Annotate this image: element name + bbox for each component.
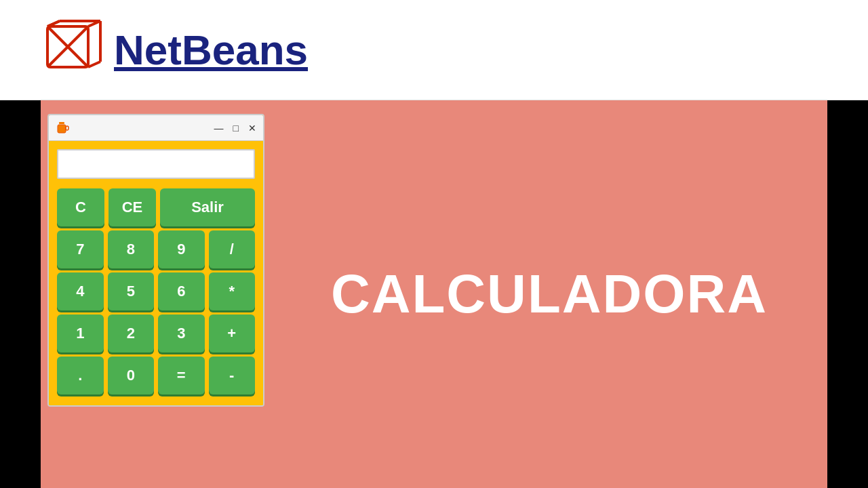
- btn-0[interactable]: 0: [108, 357, 155, 394]
- svg-rect-10: [66, 126, 68, 130]
- btn-row-3: 1 2 3 +: [57, 314, 255, 352]
- minimize-button[interactable]: —: [214, 123, 224, 133]
- btn-row-1: 7 8 9 /: [57, 230, 255, 268]
- btn-2[interactable]: 2: [108, 314, 155, 352]
- netbeans-icon: [41, 20, 102, 81]
- right-bar: [827, 100, 868, 488]
- btn-8[interactable]: 8: [108, 230, 155, 268]
- btn-divide[interactable]: /: [209, 230, 256, 268]
- java-icon: [56, 121, 71, 136]
- calc-body: C CE Salir 7 8 9 / 4 5 6: [49, 141, 263, 405]
- btn-minus[interactable]: -: [209, 357, 256, 394]
- btn-row-2: 4 5 6 *: [57, 272, 255, 310]
- btn-grid: C CE Salir 7 8 9 / 4 5 6: [57, 188, 255, 394]
- svg-rect-11: [59, 122, 64, 124]
- calc-window: — □ ✕ C CE Salir: [47, 114, 264, 407]
- title-bar-controls: — □ ✕: [214, 123, 256, 133]
- btn-6[interactable]: 6: [158, 272, 205, 310]
- btn-1[interactable]: 1: [57, 314, 104, 352]
- svg-line-5: [88, 62, 100, 67]
- btn-plus[interactable]: +: [209, 314, 256, 352]
- title-bar: — □ ✕: [49, 115, 263, 141]
- maximize-button[interactable]: □: [233, 123, 239, 133]
- ce-button[interactable]: CE: [108, 188, 156, 226]
- close-button[interactable]: ✕: [248, 123, 256, 133]
- netbeans-title: NetBeans: [114, 26, 308, 74]
- c-button[interactable]: C: [57, 188, 104, 226]
- header-bar: NetBeans: [0, 0, 868, 100]
- btn-equals[interactable]: =: [158, 357, 205, 394]
- salir-button[interactable]: Salir: [160, 188, 255, 226]
- main-content: — □ ✕ C CE Salir: [0, 100, 868, 488]
- btn-5[interactable]: 5: [108, 272, 155, 310]
- left-bar: [0, 100, 41, 488]
- netbeans-logo: NetBeans: [41, 20, 308, 81]
- calculadora-text: CALCULADORA: [331, 263, 768, 325]
- btn-3[interactable]: 3: [158, 314, 205, 352]
- btn-row-4: . 0 = -: [57, 357, 255, 394]
- display: [57, 149, 255, 179]
- btn-4[interactable]: 4: [57, 272, 104, 310]
- btn-multiply[interactable]: *: [209, 272, 256, 310]
- btn-9[interactable]: 9: [158, 230, 205, 268]
- title-bar-left: [56, 121, 71, 136]
- calculator-area: — □ ✕ C CE Salir: [41, 100, 271, 488]
- btn-row-0: C CE Salir: [57, 188, 255, 226]
- svg-rect-9: [58, 125, 66, 133]
- right-content: CALCULADORA: [271, 100, 827, 488]
- btn-7[interactable]: 7: [57, 230, 104, 268]
- btn-dot[interactable]: .: [57, 357, 104, 394]
